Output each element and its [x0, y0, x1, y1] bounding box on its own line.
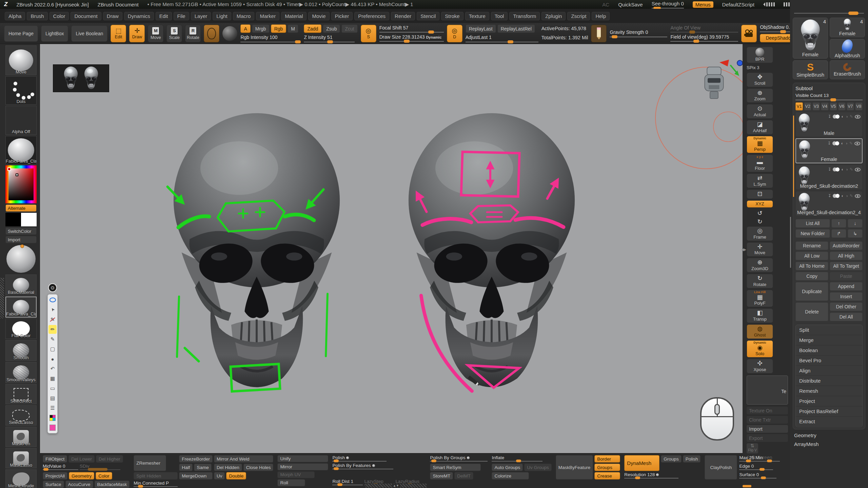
menu-item[interactable]: File	[174, 12, 189, 20]
menus-button[interactable]: Menus	[693, 1, 713, 8]
focal-shift-slider[interactable]: Focal Shift 57	[379, 25, 444, 33]
half-button[interactable]: Half	[179, 464, 193, 471]
del-lower-button[interactable]: Del Lower	[68, 455, 95, 463]
copy-button[interactable]: Copy	[795, 272, 828, 281]
list-all-button[interactable]: List All	[795, 219, 830, 228]
import-button[interactable]: Import	[5, 236, 37, 243]
camera-icon[interactable]	[741, 25, 757, 42]
polish-by-groups-slider[interactable]: Polish By Groups	[430, 455, 488, 463]
replay-last-rel-button[interactable]: ReplayLastRel	[497, 24, 535, 33]
smart-resym-button[interactable]: Smart ReSym	[430, 464, 481, 471]
color-picker[interactable]	[5, 165, 37, 203]
see-through-slider[interactable]: See-through 0	[652, 1, 684, 8]
color-toggle[interactable]: Color	[96, 472, 112, 480]
menu-item[interactable]: Preferences	[354, 12, 389, 20]
polish-mode-dot[interactable]	[346, 456, 349, 459]
texture-export-button[interactable]: Export	[747, 434, 788, 442]
double-toggle[interactable]: Double	[226, 472, 246, 480]
rgb-intensity-slider[interactable]: Rgb Intensity 100	[240, 35, 301, 42]
auto-reorder-button[interactable]: AutoReorder	[830, 241, 863, 250]
clone-txtr-button[interactable]: Clone Txtr	[747, 416, 788, 424]
draw-size-slider[interactable]: Draw Size 228.31243 Dynamic	[379, 34, 444, 42]
brush-icon[interactable]: ✎	[849, 141, 853, 146]
version-button[interactable]: V8	[855, 102, 863, 110]
texture-thumb[interactable]: FabioPaiva_Clay2	[5, 136, 37, 164]
move-up-button[interactable]: ↑	[831, 219, 846, 228]
tool-eraserbrush[interactable]: EraserBrush	[830, 60, 865, 79]
menu-item[interactable]: Stencil	[417, 12, 439, 20]
home-page-button[interactable]: Home Page	[4, 25, 38, 42]
aahalf-button[interactable]: ◪ AAHalf	[747, 120, 773, 135]
menu-item[interactable]: Tool	[491, 12, 508, 20]
same-button[interactable]: Same	[194, 464, 211, 471]
a-toggle[interactable]: A	[240, 24, 250, 33]
mirror-button[interactable]: Mirror	[277, 463, 328, 470]
menu-item[interactable]: Movie	[308, 12, 329, 20]
current-material-button[interactable]	[222, 26, 237, 41]
surface-button[interactable]: Surface	[43, 481, 64, 488]
menu-item[interactable]: Draw	[103, 12, 122, 20]
subtool-item[interactable]: ↧ ◐ ◑ ✎ Female	[795, 138, 863, 163]
dynamic-size-icon[interactable]: ◎D	[447, 25, 462, 42]
default-zscript-button[interactable]: DefaultZScript	[722, 2, 754, 7]
menu-icon[interactable]: ☰	[48, 404, 57, 412]
split-hidden-button[interactable]: Split Hidden	[134, 472, 178, 480]
move-button[interactable]: ✛ Move	[747, 242, 773, 257]
color-swatch[interactable]	[50, 425, 56, 431]
screen-icon[interactable]: ▭	[48, 384, 57, 393]
actual-button[interactable]: ⊙ Actual	[747, 104, 773, 119]
menu-item[interactable]: Zscript	[567, 12, 590, 20]
menu-item[interactable]: Macro	[233, 12, 255, 20]
flip-v-button[interactable]: ⇅ Flip V	[747, 443, 758, 453]
smooth-valleys-thumb[interactable]: SmoothValleys	[5, 362, 37, 383]
group-row[interactable]: Align	[796, 366, 862, 376]
floor-button[interactable]: x y z ▬ Floor	[747, 155, 773, 172]
backface-mask-button[interactable]: BackfaceMask	[95, 481, 130, 488]
alpha-off-thumb[interactable]: Alpha Off	[5, 106, 37, 135]
menu-item[interactable]: Brush	[27, 12, 47, 20]
del-other-button[interactable]: Del Other	[830, 302, 863, 311]
groups-toggle[interactable]: Groups	[594, 464, 620, 471]
rotate-y-button[interactable]: ↺	[747, 209, 773, 218]
del-all-button[interactable]: Del All	[830, 312, 863, 321]
gravity-strength-slider[interactable]: Gravity Strength 0	[610, 29, 667, 37]
current-brush-button[interactable]	[204, 25, 219, 42]
select-rect-thumb[interactable]: SelectRect	[5, 384, 37, 404]
group-row[interactable]: Project BasRelief	[796, 406, 862, 416]
clipboard-icon[interactable]: ▤	[48, 394, 57, 403]
close-holes-button[interactable]: Close Holes	[243, 464, 274, 471]
border-toggle[interactable]: Border	[594, 455, 620, 463]
delete-button[interactable]: Delete	[795, 302, 828, 321]
inflate-slider[interactable]: Inflate	[492, 455, 542, 463]
zoom-button[interactable]: ⊕ Zoom	[747, 88, 773, 103]
quarter-circle-icon[interactable]: ◑	[846, 114, 848, 119]
dynamesh-button[interactable]: DynaMesh	[624, 455, 659, 471]
menu-item[interactable]: Stroke	[441, 12, 463, 20]
unify-button[interactable]: Unify	[277, 455, 328, 462]
quarter-circle-icon[interactable]: ◑	[846, 167, 848, 172]
scroll-button[interactable]: ✥ Scroll	[747, 73, 773, 87]
menu-item[interactable]: Document	[71, 12, 101, 20]
lightbox-button[interactable]: LightBox	[41, 25, 68, 42]
uv-groups-button[interactable]: Uv Groups	[524, 464, 552, 471]
visibility-pair-icon[interactable]	[833, 115, 840, 119]
roll-dist-slider[interactable]: Roll Dist 1	[332, 479, 363, 486]
mask-lasso-thumb[interactable]: MaskLasso	[5, 448, 37, 468]
pen-icon[interactable]: ✎	[48, 335, 57, 344]
panel-top-slider[interactable]	[794, 12, 864, 15]
tray-divider[interactable]: ▲▼	[366, 484, 427, 488]
all-to-target-button[interactable]: All To Target	[830, 262, 863, 270]
texture-on-button[interactable]: Texture On	[747, 407, 788, 414]
menu-item[interactable]: Texture	[465, 12, 489, 20]
polish-slider[interactable]: Polish	[332, 455, 387, 462]
z-intensity-slider[interactable]: Z Intensity 51	[304, 35, 355, 42]
visible-count-slider[interactable]: Visible Count 13	[795, 92, 863, 100]
polish-by-features-slider[interactable]: Polish By Features	[332, 463, 393, 470]
freeze-border-button[interactable]: FreezeBorder	[179, 455, 213, 463]
menu-item[interactable]: Marker	[256, 12, 279, 20]
shelf-collapse-left-icon[interactable]	[763, 2, 775, 6]
mesh-extrude-thumb[interactable]: MeshExtrude	[5, 469, 37, 488]
palette-icon[interactable]	[50, 415, 56, 421]
polypaint-arrow-icon[interactable]: ↧	[828, 114, 831, 119]
lsym-button[interactable]: ⇄ L.Sym	[747, 174, 773, 188]
